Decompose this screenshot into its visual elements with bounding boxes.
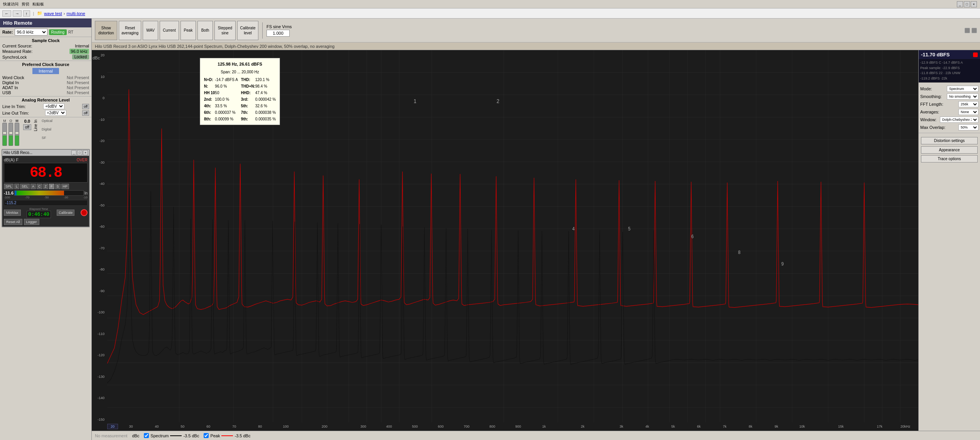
wav-button[interactable]: WAV [143,21,158,40]
internal-clock-button[interactable]: Internal [32,68,59,74]
win-minimize[interactable]: _ [957,1,963,7]
fader-master: M [15,119,19,146]
rate-label: Rate: [2,30,13,34]
logger-button[interactable]: Logger [24,219,39,225]
nav-forward[interactable]: → [13,10,22,17]
optical-label: Optical [42,119,52,123]
nav-up[interactable]: ↑ [23,10,30,17]
adat-in-value: Not Present [67,85,89,90]
win-close[interactable]: × [971,1,977,7]
sub-win-minimize[interactable]: _ [71,150,76,155]
max-overlap-select[interactable]: 50% [958,124,978,130]
peak-checkbox[interactable] [204,433,209,438]
spectrum-legend: Spectrum -3.5 dBc [144,433,199,438]
max-overlap-label: Max Overlap: [920,125,945,130]
fader-db-value: 0.0 [24,119,30,124]
l-button[interactable]: L [14,184,19,189]
digital-label: Digital [42,127,52,131]
s-button[interactable]: S [55,184,61,189]
window-label: Window: [920,117,936,122]
reset-averaging-button[interactable]: Resetaveraging [119,21,141,40]
fader-left: M [2,119,7,146]
right-panel: -11.70 dBFS -12.9 dBFS C -14.7 dBFS A Pe… [918,50,980,431]
hilo-remote-header: Hilo Remote [0,19,91,27]
line-in-trim-label: Line In Trim: [2,104,26,109]
db-display: 68.8 [4,163,88,183]
analog-ref-title: Analog Reference Level [2,98,89,102]
minmax-button[interactable]: MinMax [4,210,21,216]
line-out-trim-select[interactable]: +2dBV [45,110,66,116]
fft-select[interactable]: 256k [958,101,978,107]
sub-win-close[interactable]: × [83,150,88,155]
mode-select[interactable]: Spectrum [947,86,978,92]
spl-button[interactable]: SPL [4,184,13,189]
averages-label: Averages: [920,110,939,114]
tooltip-box: 125.98 Hz, 26.61 dBFS Span: 20 ... 20,00… [200,58,280,125]
peak-legend-label: Peak [210,433,220,438]
line-in-off-button[interactable]: off [82,104,89,109]
spectrum-db-value: -3.5 dBc [183,433,199,438]
preferred-clock-title: Preferred Clock Source [2,62,89,67]
sf-label: SF [42,136,52,140]
spectrum-legend-label: Spectrum [150,433,169,438]
menu-item-shortcut[interactable]: 快速访问 [3,2,19,7]
breadcrumb-part1[interactable]: wave test [44,11,62,16]
dbc-status-label: dBc [132,433,139,438]
record-button[interactable] [81,209,88,216]
line-in-trim-select[interactable]: +6dBV [43,103,64,109]
fs-sine-input[interactable] [267,30,290,37]
nav-back[interactable]: ← [2,10,11,17]
trace-options-button[interactable]: Trace options [921,155,978,162]
line-out-off-button[interactable]: off [82,110,89,116]
stepped-sine-button[interactable]: Steppedsine [214,21,236,40]
routing-button[interactable]: Routing [49,29,67,35]
chart-title: Hilo USB Record 3 on ASIO Lynx Hilo USB … [92,42,980,50]
rate-select[interactable]: 96.0 kHz [15,29,47,36]
adat-in-label: ADAT In [2,85,18,90]
sub-win-restore[interactable]: □ [77,150,82,155]
win-controls: _ □ × [957,1,977,7]
breadcrumb-part2[interactable]: multi-tone [67,11,85,16]
spectrum-checkbox[interactable] [144,433,149,438]
left-panel: Hilo Remote Rate: 96.0 kHz Routing RT Sa… [0,19,92,440]
a-button[interactable]: A [30,184,36,189]
x-start-input[interactable]: 20 [107,424,118,429]
sel-button[interactable]: SEL [20,184,30,189]
x-axis: 20 30 40 50 60 70 80 100 200 300 400 500… [107,422,918,431]
menu-item-cut[interactable]: 剪切 [22,2,29,7]
rp-dbfs-value: -11.70 dBFS [921,52,950,58]
calibrate-level-button[interactable]: Calibratelevel [237,21,258,40]
fader-off-btn[interactable]: off [23,124,31,130]
no-measurement-label: No measurement [95,433,127,438]
digital-in-value: Not Present [67,80,89,85]
c-button[interactable]: C [37,184,42,189]
rp-clip-indicator[interactable] [973,52,978,57]
window-select[interactable]: Dolph-Chebyshev 200 [940,117,978,123]
hp-button[interactable]: HP [61,184,69,189]
reset-all-button[interactable]: Reset All [4,219,22,225]
synchrolock-value: Locked [72,54,89,59]
show-distortion-button[interactable]: Showdistortion [95,21,117,40]
distortion-settings-button[interactable]: Distortion settings [921,137,978,144]
svg-text:5: 5 [628,226,631,231]
line-in-vertical-label: Line In [34,120,38,131]
fft-label: FFT Length: [920,102,943,107]
sample-clock-title: Sample Clock [2,38,89,43]
appearance-button[interactable]: Appearance [921,146,978,154]
win-maximize[interactable]: □ [964,1,970,7]
smoothing-label: Smoothing: [920,94,942,99]
z-button[interactable]: Z [43,184,49,189]
svg-text:8: 8 [738,249,740,255]
smoothing-select[interactable]: No smoothing [947,93,978,100]
usb-label: USB [2,90,11,95]
peak-button[interactable]: Peak [180,21,196,40]
both-button[interactable]: Both [197,21,213,40]
averages-select[interactable]: None [958,109,978,115]
calibrate-button[interactable]: Calibrate [57,210,74,216]
breadcrumb-folder-icon: 📁 [37,11,42,16]
dba-label: dB(A) F [4,157,19,162]
f-button[interactable]: F [49,184,54,189]
svg-text:6: 6 [691,234,693,239]
current-button[interactable]: Current [160,21,179,40]
menu-item-paste[interactable]: 粘贴板 [32,2,44,7]
